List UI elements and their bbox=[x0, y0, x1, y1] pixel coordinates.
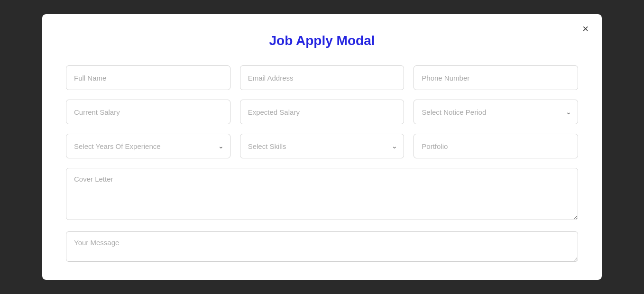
current-salary-input[interactable] bbox=[66, 100, 230, 124]
email-field bbox=[240, 65, 405, 90]
expected-salary-field bbox=[240, 100, 405, 124]
notice-period-field: Select Notice Period Immediate 15 Days 1… bbox=[414, 100, 578, 124]
modal-overlay: × Job Apply Modal Select No bbox=[0, 0, 644, 294]
modal-title: Job Apply Modal bbox=[66, 33, 578, 48]
phone-input[interactable] bbox=[414, 65, 578, 90]
message-row bbox=[66, 231, 578, 264]
portfolio-field bbox=[414, 134, 578, 158]
job-apply-modal: × Job Apply Modal Select No bbox=[42, 14, 602, 280]
years-experience-field: Select Years Of Experience 0-1 Years 1-3… bbox=[66, 134, 230, 158]
form-row-1 bbox=[66, 65, 578, 90]
email-input[interactable] bbox=[240, 65, 405, 90]
cover-letter-row bbox=[66, 168, 578, 222]
form-row-2: Select Notice Period Immediate 15 Days 1… bbox=[66, 100, 578, 124]
full-name-field bbox=[66, 65, 230, 90]
notice-period-select[interactable]: Select Notice Period Immediate 15 Days 1… bbox=[414, 100, 578, 124]
skills-field: Select Skills JavaScript Python React No… bbox=[240, 134, 405, 158]
years-experience-select[interactable]: Select Years Of Experience 0-1 Years 1-3… bbox=[66, 134, 230, 158]
full-name-input[interactable] bbox=[66, 65, 230, 90]
skills-select[interactable]: Select Skills JavaScript Python React No… bbox=[240, 134, 405, 158]
cover-letter-textarea[interactable] bbox=[66, 168, 578, 220]
phone-field bbox=[414, 65, 578, 90]
portfolio-input[interactable] bbox=[414, 134, 578, 158]
message-textarea[interactable] bbox=[66, 231, 578, 262]
close-button[interactable]: × bbox=[579, 22, 592, 36]
expected-salary-input[interactable] bbox=[240, 100, 405, 124]
current-salary-field bbox=[66, 100, 230, 124]
form-row-3: Select Years Of Experience 0-1 Years 1-3… bbox=[66, 134, 578, 158]
